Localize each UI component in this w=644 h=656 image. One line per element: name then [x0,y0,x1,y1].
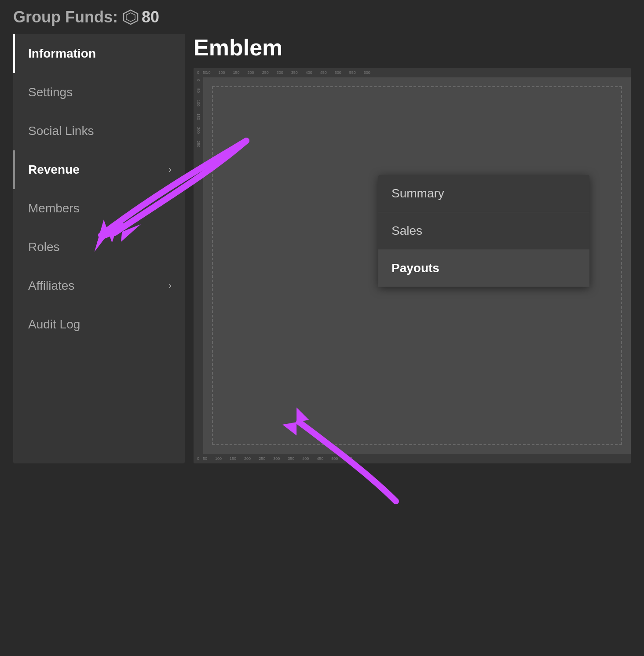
sidebar-item-roles[interactable]: Roles [13,228,185,266]
group-funds-amount: 80 [142,8,159,26]
main-layout: Information Settings Social Links Revenu… [0,34,644,463]
group-funds-label: Group Funds: [13,8,118,26]
ruler-left: 0 50 100 150 200 250 [194,77,203,454]
ruler-bottom: 0 50 100 150 200 250 300 350 400 450 500… [194,454,631,463]
chevron-right-icon: › [168,164,172,175]
revenue-submenu: Summary Sales Payouts [378,175,589,287]
svg-marker-1 [126,13,135,22]
robux-icon [122,9,139,26]
submenu-item-payouts[interactable]: Payouts [378,250,589,287]
sidebar-item-information[interactable]: Information [13,34,185,73]
submenu-item-summary[interactable]: Summary [378,175,589,212]
content-area: Emblem 0 50/0 100 150 200 250 300 350 40… [194,34,631,463]
page-title: Emblem [194,34,631,61]
submenu-item-sales[interactable]: Sales [378,212,589,250]
ruler-top: 0 50/0 100 150 200 250 300 350 400 450 5… [194,68,631,77]
sidebar-item-social-links[interactable]: Social Links [13,112,185,150]
svg-marker-0 [124,10,138,24]
sidebar-item-audit-log[interactable]: Audit Log [13,305,185,344]
sidebar-item-affiliates[interactable]: Affiliates › [13,266,185,305]
sidebar: Information Settings Social Links Revenu… [13,34,185,463]
sidebar-item-revenue[interactable]: Revenue › [13,150,185,189]
sidebar-item-settings[interactable]: Settings [13,73,185,112]
header: Group Funds: 80 [0,0,644,34]
sidebar-item-members[interactable]: Members [13,189,185,228]
chevron-right-icon-affiliates: › [168,280,172,292]
